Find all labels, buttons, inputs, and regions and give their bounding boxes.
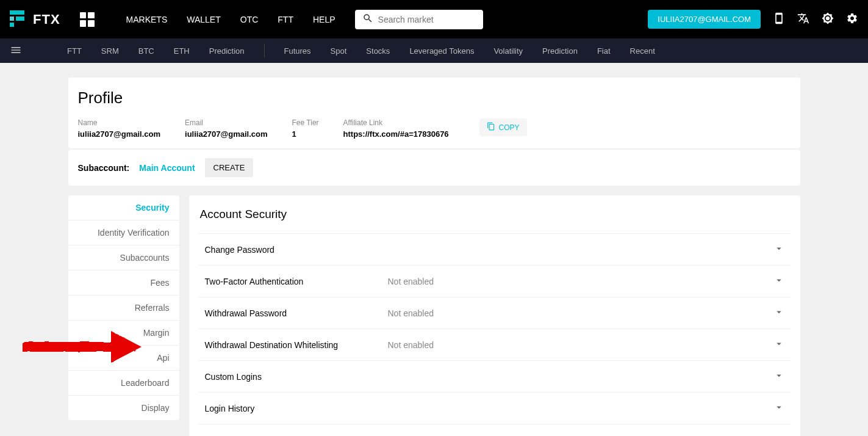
chevron-down-icon [773, 402, 784, 415]
sidebar-item-subaccounts[interactable]: Subaccounts [68, 245, 179, 271]
row-label: Withdrawal Destination Whitelisting [205, 340, 388, 350]
secnav-recent[interactable]: Recent [620, 46, 665, 56]
hamburger-icon[interactable] [5, 44, 27, 58]
secnav-eth[interactable]: ETH [164, 46, 199, 56]
create-subaccount-button[interactable]: CREATE [205, 158, 254, 177]
two-column-layout: Security Identity Verification Subaccoun… [68, 195, 800, 436]
top-nav: MARKETS WALLET OTC FTT HELP [126, 15, 335, 24]
sidebar-item-label: Api [157, 353, 169, 363]
profile-email-label: Email [185, 118, 268, 127]
sidebar-item-fees[interactable]: Fees [68, 271, 179, 296]
nav-markets[interactable]: MARKETS [126, 15, 168, 24]
svg-rect-1 [10, 16, 14, 21]
nav-otc[interactable]: OTC [240, 15, 259, 24]
subaccount-label: Subaccount: [78, 163, 130, 173]
sidebar-item-label: Security [135, 203, 169, 213]
sidebar-item-leaderboard[interactable]: Leaderboard [68, 371, 179, 396]
profile-aff-value: https://ftx.com/#a=17830676 [343, 129, 449, 139]
mobile-icon[interactable] [773, 12, 785, 26]
profile-name-value: iuliia2707@gmail.com [78, 129, 161, 139]
sidebar-item-security[interactable]: Security [68, 195, 179, 220]
svg-rect-3 [10, 23, 14, 27]
settings-icon[interactable] [846, 12, 858, 26]
profile-title: Profile [78, 89, 791, 107]
row-custom-logins[interactable]: Custom Logins [199, 360, 791, 392]
sidebar-item-referrals[interactable]: Referrals [68, 296, 179, 321]
row-label: Withdrawal Password [205, 308, 388, 318]
secnav-futures[interactable]: Futures [274, 46, 321, 56]
translate-icon[interactable] [797, 12, 809, 26]
secnav-ftt[interactable]: FTT [57, 46, 91, 56]
page-content: Profile Name iuliia2707@gmail.com Email … [68, 78, 800, 436]
secnav-volatility[interactable]: Volatility [484, 46, 533, 56]
row-two-factor[interactable]: Two-Factor Authentication Not enabled [199, 265, 791, 297]
row-status: Not enabled [388, 340, 773, 350]
row-withdrawal-password[interactable]: Withdrawal Password Not enabled [199, 297, 791, 329]
secnav-fiat[interactable]: Fiat [587, 46, 620, 56]
search-box[interactable] [355, 10, 483, 29]
sidebar-item-api[interactable]: Api [68, 346, 179, 371]
secnav-divider [264, 44, 265, 57]
sidebar-item-label: Subaccounts [120, 253, 170, 263]
row-label: Two-Factor Authentication [205, 277, 388, 286]
secnav-spot[interactable]: Spot [321, 46, 357, 56]
chevron-down-icon [773, 338, 784, 351]
sidebar-item-label: Identity Verification [98, 228, 170, 238]
top-header: FTX MARKETS WALLET OTC FTT HELP IULIIA27… [0, 0, 868, 38]
sidebar-item-label: Fees [150, 278, 169, 288]
header-icons [773, 12, 858, 26]
row-status: Not enabled [388, 277, 773, 286]
secnav-srm[interactable]: SRM [91, 46, 129, 56]
chevron-down-icon [773, 434, 784, 436]
sidebar-item-identity[interactable]: Identity Verification [68, 220, 179, 245]
subaccount-main[interactable]: Main Account [139, 163, 195, 173]
profile-email: Email iuliia2707@gmail.com [185, 118, 268, 139]
secnav-prediction2[interactable]: Prediction [533, 46, 587, 56]
nav-ftt[interactable]: FTT [278, 15, 293, 24]
secondary-nav-links: FTT SRM BTC ETH Prediction Futures Spot … [57, 44, 665, 57]
brightness-icon[interactable] [822, 12, 834, 26]
profile-name: Name iuliia2707@gmail.com [78, 118, 161, 139]
row-login-history[interactable]: Login History [199, 392, 791, 424]
sidebar-item-label: Margin [143, 328, 170, 338]
profile-fee-tier: Fee Tier 1 [292, 118, 319, 139]
row-whitelist[interactable]: Withdrawal Destination Whitelisting Not … [199, 329, 791, 360]
row-status: Not enabled [388, 308, 773, 318]
row-label: Change Password [205, 245, 388, 255]
profile-fee-value: 1 [292, 129, 319, 139]
copy-label: COPY [499, 123, 520, 132]
sidebar-item-display[interactable]: Display [68, 396, 179, 420]
copy-icon [487, 122, 495, 133]
profile-name-label: Name [78, 118, 161, 127]
search-icon [362, 13, 373, 26]
nav-wallet[interactable]: WALLET [187, 15, 221, 24]
profile-fields: Name iuliia2707@gmail.com Email iuliia27… [78, 118, 791, 139]
apps-icon[interactable] [80, 12, 95, 27]
secnav-stocks[interactable]: Stocks [356, 46, 400, 56]
svg-rect-0 [10, 10, 24, 15]
profile-aff-label: Affiliate Link [343, 118, 449, 127]
row-logout-all[interactable]: Log Out of All Sessions [199, 424, 791, 436]
ftx-logo-mark [10, 9, 28, 29]
account-security-title: Account Security [199, 208, 791, 221]
main-panel: Account Security Change Password Two-Fac… [189, 195, 800, 436]
copy-button[interactable]: COPY [479, 118, 527, 136]
row-change-password[interactable]: Change Password [199, 233, 791, 265]
chevron-down-icon [773, 307, 784, 319]
sidebar-item-label: Display [142, 403, 170, 413]
profile-fee-label: Fee Tier [292, 118, 319, 127]
sidebar-item-margin[interactable]: Margin [68, 321, 179, 346]
secnav-prediction[interactable]: Prediction [199, 46, 254, 56]
nav-help[interactable]: HELP [313, 15, 335, 24]
subaccount-bar: Subaccount: Main Account CREATE [68, 150, 800, 186]
sidebar-item-label: Referrals [135, 303, 170, 313]
row-label: Custom Logins [205, 372, 388, 382]
svg-rect-2 [16, 16, 24, 21]
ftx-logo[interactable]: FTX [10, 9, 60, 29]
chevron-down-icon [773, 275, 784, 288]
secnav-leveraged[interactable]: Leveraged Tokens [400, 46, 484, 56]
secondary-nav: FTT SRM BTC ETH Prediction Futures Spot … [0, 38, 868, 63]
user-email-button[interactable]: IULIIA2707@GMAIL.COM [648, 10, 761, 29]
secnav-btc[interactable]: BTC [129, 46, 164, 56]
search-input[interactable] [378, 15, 476, 24]
